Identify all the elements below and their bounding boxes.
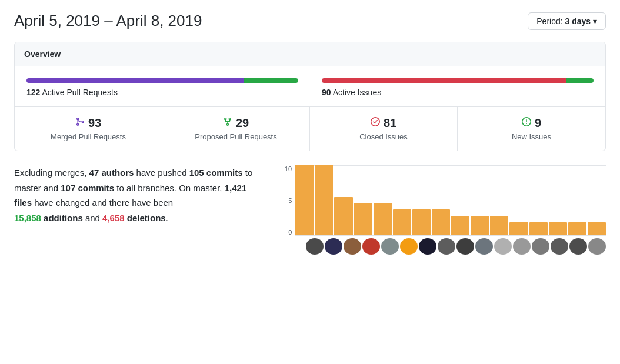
proposed-prs-top: 29 <box>169 116 302 130</box>
closed-issue-icon <box>371 117 380 129</box>
issues-bar-label: 90 Active Issues <box>322 88 594 97</box>
pr-count: 122 <box>26 88 40 97</box>
gridline-top <box>295 165 606 166</box>
merged-prs-counter: 93 Merged Pull Requests <box>15 107 162 151</box>
issues-bar-track <box>322 78 594 83</box>
overview-header: Overview <box>15 42 605 66</box>
chart-bar <box>588 222 606 235</box>
overview-title: Overview <box>24 49 61 59</box>
avatar <box>381 238 399 255</box>
avatar <box>438 238 455 255</box>
counters-grid: 93 Merged Pull Requests 29 Proposed Pull… <box>15 107 605 151</box>
proposed-prs-label: Proposed Pull Requests <box>169 132 302 141</box>
chart-bar <box>451 216 469 235</box>
closed-issues-top: 81 <box>317 116 450 130</box>
new-issues-count: 9 <box>535 116 541 130</box>
new-issue-icon <box>522 117 531 129</box>
avatar <box>419 238 436 255</box>
chart-bar <box>490 216 508 235</box>
avatar <box>551 238 568 255</box>
merged-prs-label: Merged Pull Requests <box>22 132 155 141</box>
y-label-5: 5 <box>285 197 292 204</box>
avatar <box>475 238 493 255</box>
chart-container: 10 5 0 <box>285 165 606 255</box>
issues-bar-red <box>322 78 566 83</box>
issues-label-text: Active Issues <box>333 88 381 97</box>
chart-with-labels: 10 5 0 <box>285 165 606 236</box>
fork-icon <box>223 117 232 129</box>
page-header: April 5, 2019 – April 8, 2019 Period: 3 … <box>14 12 606 30</box>
avatar <box>494 238 512 255</box>
new-issues-top: 9 <box>465 116 598 130</box>
chart-bars <box>295 165 606 236</box>
chart-bar <box>374 203 392 235</box>
chart-bar <box>471 216 489 235</box>
additions-label: additions <box>44 213 83 223</box>
closed-issues-label: Closed Issues <box>317 132 450 141</box>
files-changed: 1,421 files <box>14 183 246 208</box>
chart-bar <box>354 203 372 235</box>
period-label: Period: <box>536 16 562 26</box>
new-issues-counter: 9 New Issues <box>458 107 605 151</box>
y-label-0: 0 <box>285 229 292 236</box>
avatar <box>569 238 587 255</box>
chart-bar <box>529 222 548 235</box>
deletions-label: deletions <box>127 213 166 223</box>
page-title: April 5, 2019 – April 8, 2019 <box>14 12 202 30</box>
merged-prs-count: 93 <box>88 116 101 130</box>
avatar <box>588 238 606 255</box>
chart-bar <box>295 165 314 235</box>
pr-bar-purple <box>26 78 244 83</box>
all-commits: 107 commits <box>61 183 114 193</box>
proposed-prs-counter: 29 Proposed Pull Requests <box>162 107 310 151</box>
chart-bar <box>412 209 431 235</box>
issues-count: 90 <box>322 88 331 97</box>
chart-bar <box>549 222 567 235</box>
chevron-down-icon: ▾ <box>593 16 597 26</box>
proposed-prs-count: 29 <box>236 116 249 130</box>
avatar <box>400 238 418 255</box>
chart-y-labels: 10 5 0 <box>285 165 292 236</box>
chart-bar <box>334 197 352 235</box>
new-issues-label: New Issues <box>465 132 598 141</box>
chart-bar <box>432 209 450 235</box>
avatar <box>344 238 361 255</box>
summary-text: Excluding merges, 47 authors have pushed… <box>14 165 261 225</box>
avatar <box>532 238 549 255</box>
pull-requests-bar-group: 122 Active Pull Requests <box>26 78 298 97</box>
period-value: 3 days <box>565 16 591 26</box>
issues-bar-green <box>566 78 594 83</box>
closed-issues-count: 81 <box>384 116 396 130</box>
bottom-section: Excluding merges, 47 authors have pushed… <box>14 165 606 255</box>
authors-count: 47 authors <box>89 168 134 178</box>
y-label-10: 10 <box>285 165 292 172</box>
chart-bar <box>315 165 333 235</box>
master-commits: 105 commits <box>189 168 243 178</box>
avatar <box>325 238 342 255</box>
chart-bar <box>393 209 411 235</box>
avatar <box>456 238 474 255</box>
pr-bar-label: 122 Active Pull Requests <box>26 88 298 97</box>
chart-bar <box>568 222 586 235</box>
chart-bar <box>509 222 528 235</box>
merged-prs-top: 93 <box>22 116 155 130</box>
pull-requests-bar-track <box>26 78 298 83</box>
merge-icon <box>75 117 85 129</box>
avatar <box>362 238 380 255</box>
closed-issues-counter: 81 Closed Issues <box>310 107 458 151</box>
pr-bar-green <box>244 78 298 83</box>
avatars-row <box>306 238 606 255</box>
stats-bars: 122 Active Pull Requests 90 Active Issue… <box>15 66 605 107</box>
pr-label-text: Active Pull Requests <box>42 88 117 97</box>
deletions-count: 4,658 <box>102 213 125 223</box>
overview-card: Overview 122 Active Pull Requests 90 Act… <box>14 42 606 151</box>
issues-bar-group: 90 Active Issues <box>322 78 594 97</box>
period-selector-button[interactable]: Period: 3 days ▾ <box>528 12 606 30</box>
avatar <box>306 238 324 255</box>
avatar <box>513 238 531 255</box>
additions-count: 15,858 <box>14 213 41 223</box>
